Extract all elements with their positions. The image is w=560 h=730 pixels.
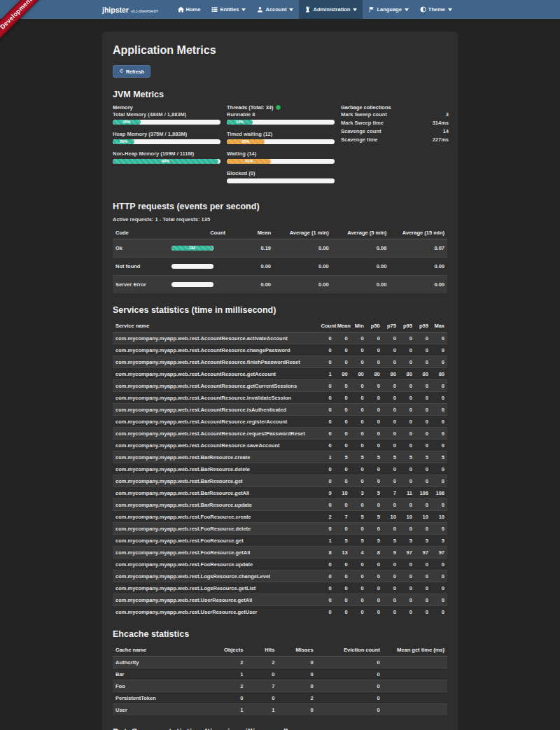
table-row: com.mycompany.myapp.web.rest.AccountReso… (113, 380, 447, 392)
progress-track: 26% (113, 120, 220, 125)
table-row: PersistentToken 0 0 2 0 (113, 692, 447, 704)
http-count-cell (169, 276, 228, 294)
services-statistics-table: Service name Count Mean Min p50 p75 p95 … (113, 320, 447, 617)
gc-heading: Garbage collections (341, 104, 449, 111)
services-statistics-heading: Services statistics (time in millisecond… (113, 305, 447, 315)
memory-bar-nonheap: Non-Heap Memory (109M / 111M) 98% (113, 150, 220, 164)
service-name-cell: com.mycompany.myapp.web.rest.FooResource… (113, 523, 318, 535)
thread-dump-eye-icon[interactable] (276, 105, 281, 110)
nav-item-account[interactable]: Account (251, 0, 299, 19)
table-row: com.mycompany.myapp.web.rest.UserResourc… (113, 594, 447, 606)
gc-row: Scavenge time 227ms (341, 136, 449, 144)
cache-name-cell: Foo (113, 680, 204, 692)
cache-name-cell: Authority (113, 657, 204, 668)
nav-item-entities[interactable]: Entities (206, 0, 251, 19)
progress-track: 132 (172, 246, 214, 251)
table-row: Server Error 0.00 0.00 0.00 0.00 (113, 276, 447, 294)
nav-item-administration[interactable]: Administration (299, 0, 363, 19)
threads-heading: Threads (Total: 34) (227, 104, 274, 111)
table-row: com.mycompany.myapp.web.rest.AccountReso… (113, 332, 447, 344)
nav-item-language[interactable]: Language (363, 0, 414, 19)
ehcache-statistics-table: Cache name Objects Hits Misses Eviction … (113, 644, 447, 715)
progress-track (172, 282, 214, 287)
service-name-cell: com.mycompany.myapp.web.rest.BarResource… (113, 499, 318, 511)
memory-bar-total: Total Memory (484M / 1,883M) 26% (113, 111, 220, 125)
service-name-cell: com.mycompany.myapp.web.rest.UserResourc… (113, 594, 318, 606)
gc-value: 227ms (433, 136, 449, 144)
progress-track: 98% (113, 159, 220, 164)
table-row: com.mycompany.myapp.web.rest.LogsResourc… (113, 570, 447, 582)
service-name-cell: com.mycompany.myapp.web.rest.FooResource… (113, 535, 318, 547)
gc-column: Garbage collections Mark Sweep count 3 M… (341, 104, 449, 190)
gc-row: Mark Sweep time 314ms (341, 119, 449, 127)
table-row: com.mycompany.myapp.web.rest.AccountReso… (113, 392, 447, 404)
table-row: com.mycompany.myapp.web.rest.AccountReso… (113, 368, 447, 380)
progress-track: 41% (227, 159, 335, 164)
table-row: User 1 1 0 0 (113, 704, 447, 716)
service-name-cell: com.mycompany.myapp.web.rest.AccountReso… (113, 332, 318, 344)
table-header-row: Service name Count Mean Min p50 p75 p95 … (113, 320, 447, 332)
progress-fill: 98% (113, 159, 218, 164)
gc-label: Scavenge count (341, 127, 382, 136)
progress-fill: 20% (113, 139, 134, 144)
progress-track: 20% (113, 139, 220, 144)
list-icon (211, 6, 218, 13)
nav-item-home[interactable]: Home (172, 0, 206, 19)
progress-track: 24% (227, 120, 335, 125)
table-row: com.mycompany.myapp.web.rest.AccountReso… (113, 356, 447, 368)
table-row: com.mycompany.myapp.web.rest.FooResource… (113, 523, 447, 535)
service-name-cell: com.mycompany.myapp.web.rest.FooResource… (113, 547, 318, 559)
metrics-panel: Application Metrics Refresh JVM Metrics … (102, 31, 458, 730)
brand-link[interactable]: jhipster v0.1-SNAPSHOT (102, 6, 158, 14)
gc-row: Mark Sweep count 3 (341, 111, 449, 119)
http-requests-heading: HTTP requests (events per second) (113, 202, 447, 211)
chevron-down-icon (448, 8, 452, 11)
table-row: com.mycompany.myapp.web.rest.BarResource… (113, 451, 447, 463)
threads-bar-waiting: Waiting (14) 41% (227, 150, 335, 164)
service-name-cell: com.mycompany.myapp.web.rest.FooResource… (113, 559, 318, 570)
nav-item-theme[interactable]: Theme (414, 0, 458, 19)
page-title: Application Metrics (113, 44, 447, 57)
datasource-statistics-heading: DataSource statistics (time in milliseco… (113, 727, 447, 730)
table-row: com.mycompany.myapp.web.rest.LogsResourc… (113, 582, 447, 594)
refresh-icon (119, 69, 124, 74)
brand-name: jhipster (102, 6, 129, 14)
table-row: Authority 2 2 0 0 (113, 657, 447, 668)
nav-menu: Home Entities Account Administration Lan… (172, 0, 458, 19)
service-name-cell: com.mycompany.myapp.web.rest.BarResource… (113, 451, 318, 463)
service-name-cell: com.mycompany.myapp.web.rest.FooResource… (113, 511, 318, 523)
table-row: com.mycompany.myapp.web.rest.AccountReso… (113, 440, 447, 451)
service-name-cell: com.mycompany.myapp.web.rest.BarResource… (113, 463, 318, 475)
http-count-cell (169, 258, 228, 276)
chevron-down-icon (289, 8, 293, 11)
table-row: com.mycompany.myapp.web.rest.AccountReso… (113, 344, 447, 356)
chevron-down-icon (241, 8, 246, 11)
service-name-cell: com.mycompany.myapp.web.rest.AccountReso… (113, 428, 318, 440)
table-header-row: Code Count Mean Average (1 min) Average … (113, 227, 447, 239)
chevron-down-icon (405, 8, 409, 11)
progress-fill: 132 (172, 246, 213, 251)
service-name-cell: com.mycompany.myapp.web.rest.AccountReso… (113, 392, 318, 404)
table-row: Not found 0.00 0.00 0.00 0.00 (113, 258, 447, 276)
table-row: com.mycompany.myapp.web.rest.BarResource… (113, 463, 447, 475)
table-row: com.mycompany.myapp.web.rest.BarResource… (113, 499, 447, 511)
gc-rows: Mark Sweep count 3 Mark Sweep time 314ms… (341, 111, 449, 144)
service-name-cell: com.mycompany.myapp.web.rest.BarResource… (113, 487, 318, 499)
table-row: com.mycompany.myapp.web.rest.FooResource… (113, 511, 447, 523)
progress-fill: 41% (227, 159, 271, 164)
table-row: com.mycompany.myapp.web.rest.AccountReso… (113, 416, 447, 428)
http-code-cell: Server Error (113, 276, 169, 294)
http-code-cell: Ok (113, 239, 169, 258)
cache-name-cell: User (113, 704, 204, 716)
gc-label: Mark Sweep count (341, 111, 387, 119)
table-row: com.mycompany.myapp.web.rest.BarResource… (113, 487, 447, 499)
progress-fill: 26% (113, 120, 141, 125)
home-icon (178, 6, 184, 13)
threads-bar-runnable: Runnable 8 24% (227, 111, 335, 125)
threads-bar-blocked: Blocked (0) (227, 170, 335, 183)
brand-version: v0.1-SNAPSHOT (131, 9, 158, 13)
adjust-icon (420, 6, 426, 13)
refresh-button[interactable]: Refresh (113, 65, 150, 78)
service-name-cell: com.mycompany.myapp.web.rest.LogsResourc… (113, 570, 318, 582)
user-icon (257, 6, 263, 13)
